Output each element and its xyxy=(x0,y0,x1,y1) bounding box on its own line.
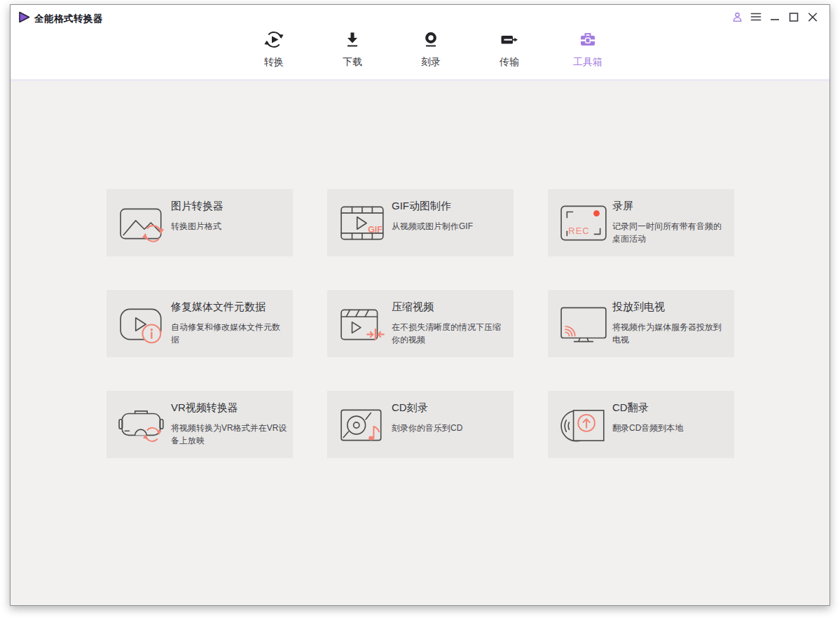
transfer-icon xyxy=(500,30,519,50)
vr-converter-icon xyxy=(118,404,168,446)
tool-card-cd-burn[interactable]: CD刻录 刻录你的音乐到CD xyxy=(327,391,514,458)
tool-card-title: 修复媒体文件元数据 xyxy=(171,300,287,314)
compress-video-icon xyxy=(338,303,389,345)
tab-label: 下载 xyxy=(343,56,362,69)
tool-card-title: 录屏 xyxy=(612,200,729,213)
tool-card-description: 从视频或图片制作GIF xyxy=(392,220,508,233)
tool-card-gif-maker[interactable]: GIF GIF动图制作 从视频或图片制作GIF xyxy=(327,189,514,256)
tool-card-title: 投放到电视 xyxy=(612,300,729,314)
tool-card-description: 翻录CD音频到本地 xyxy=(612,422,729,434)
cast-tv-icon xyxy=(559,303,610,345)
tool-card-screen-record[interactable]: REC 录屏 记录同一时间所有带有音频的桌面活动 xyxy=(548,189,734,256)
cd-rip-icon xyxy=(559,404,610,446)
hamburger-icon xyxy=(750,11,762,23)
tool-card-title: CD翻录 xyxy=(612,401,729,415)
account-button[interactable] xyxy=(730,10,744,24)
toolbox-icon xyxy=(578,30,598,50)
tab-label: 刻录 xyxy=(421,56,441,69)
tool-card-cd-rip[interactable]: CD翻录 翻录CD音频到本地 xyxy=(548,391,734,458)
window-controls xyxy=(730,10,820,24)
nav-tabs: 转换 下载 刻录 xyxy=(235,26,627,83)
tab-convert[interactable]: 转换 xyxy=(235,26,313,83)
tool-card-description: 记录同一时间所有带有音频的桌面活动 xyxy=(612,220,729,245)
close-icon xyxy=(806,11,819,23)
tool-cards-grid: 图片转换器 转换图片格式 GIF xyxy=(106,189,734,458)
tab-toolbox[interactable]: 工具箱 xyxy=(549,26,627,83)
tab-label: 传输 xyxy=(500,56,519,69)
tab-transfer[interactable]: 传输 xyxy=(470,26,549,83)
tool-card-image-converter[interactable]: 图片转换器 转换图片格式 xyxy=(106,189,293,256)
fix-metadata-icon xyxy=(118,303,168,345)
tool-card-description: 将视频转换为VR格式并在VR设备上放映 xyxy=(171,422,287,447)
tab-download[interactable]: 下载 xyxy=(313,26,392,83)
screen-record-icon: REC xyxy=(559,202,610,244)
convert-icon xyxy=(263,29,284,50)
app-logo-icon xyxy=(18,11,30,23)
tool-card-description: 自动修复和修改媒体文件元数据 xyxy=(171,321,287,346)
cd-burn-icon xyxy=(338,404,389,446)
download-icon xyxy=(343,30,362,50)
tab-burn[interactable]: 刻录 xyxy=(392,26,470,83)
toolbox-panel: 图片转换器 转换图片格式 GIF xyxy=(11,83,829,605)
tool-card-title: 图片转换器 xyxy=(171,200,287,213)
tool-card-compress-video[interactable]: 压缩视频 在不损失清晰度的情况下压缩你的视频 xyxy=(327,290,514,357)
tool-card-title: 压缩视频 xyxy=(392,300,508,314)
app-title: 全能格式转换器 xyxy=(34,13,103,25)
tool-card-description: 在不损失清晰度的情况下压缩你的视频 xyxy=(392,321,508,346)
tab-label: 工具箱 xyxy=(573,56,603,69)
tool-card-description: 将视频作为媒体服务器投放到电视 xyxy=(612,321,729,346)
tool-card-title: CD刻录 xyxy=(392,401,508,415)
tool-card-vr-converter[interactable]: VR视频转换器 将视频转换为VR格式并在VR设备上放映 xyxy=(106,391,293,458)
tool-card-title: VR视频转换器 xyxy=(171,401,287,415)
tool-card-description: 转换图片格式 xyxy=(171,220,287,233)
header: 全能格式转换器 xyxy=(11,5,829,81)
svg-text:REC: REC xyxy=(568,226,589,236)
tool-card-fix-metadata[interactable]: 修复媒体文件元数据 自动修复和修改媒体文件元数据 xyxy=(106,290,293,357)
tool-card-title: GIF动图制作 xyxy=(392,200,508,213)
app-window: 全能格式转换器 xyxy=(10,4,830,606)
maximize-button[interactable] xyxy=(787,10,801,24)
tool-card-cast-tv[interactable]: 投放到电视 将视频作为媒体服务器投放到电视 xyxy=(548,290,734,357)
minimize-button[interactable] xyxy=(768,10,782,24)
gif-maker-icon: GIF xyxy=(338,202,389,244)
svg-text:GIF: GIF xyxy=(368,225,383,235)
close-button[interactable] xyxy=(806,10,820,24)
burn-icon xyxy=(421,30,441,50)
tool-card-description: 刻录你的音乐到CD xyxy=(392,422,508,434)
menu-button[interactable] xyxy=(749,10,763,24)
person-icon xyxy=(731,11,743,23)
maximize-icon xyxy=(787,11,800,23)
tab-label: 转换 xyxy=(264,56,284,69)
image-converter-icon xyxy=(118,202,168,244)
minimize-icon xyxy=(769,11,781,23)
